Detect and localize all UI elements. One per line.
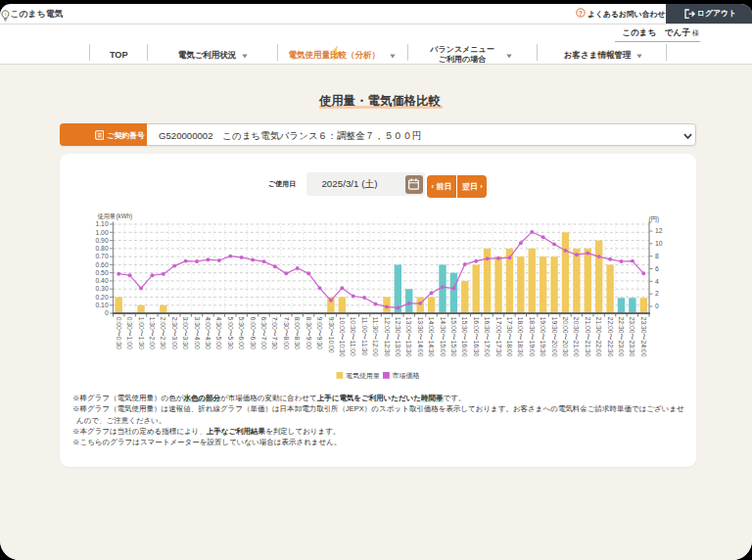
svg-text:17:00〜17:30: 17:00〜17:30 [495,317,502,357]
svg-text:4: 4 [655,278,659,285]
svg-text:0.30: 0.30 [95,285,108,292]
svg-text:23:00〜23:30: 23:00〜23:30 [629,317,635,357]
svg-text:0:00〜0:30: 0:00〜0:30 [116,317,122,350]
svg-text:0.70: 0.70 [95,253,108,259]
svg-text:使用量(kWh): 使用量(kWh) [98,212,133,220]
svg-text:10:30〜11:00: 10:30〜11:00 [350,317,356,357]
svg-text:4:00〜4:30: 4:00〜4:30 [205,317,212,350]
svg-text:15:00〜15:30: 15:00〜15:30 [450,317,457,357]
svg-text:21:30〜22:00: 21:30〜22:00 [595,317,602,357]
svg-text:8:00〜8:30: 8:00〜8:30 [294,317,301,350]
svg-text:14:00〜14:30: 14:00〜14:30 [428,317,435,357]
svg-text:(円): (円) [649,215,660,223]
svg-text:8:30〜9:00: 8:30〜9:00 [306,317,312,350]
svg-text:13:30〜14:00: 13:30〜14:00 [417,317,424,357]
svg-text:2: 2 [655,290,659,297]
svg-text:市場価格: 市場価格 [393,371,420,380]
svg-text:20:00〜20:30: 20:00〜20:30 [562,317,569,357]
svg-text:3:00〜3:30: 3:00〜3:30 [182,317,189,350]
svg-text:?: ? [579,10,583,17]
svg-text:19:00〜19:30: 19:00〜19:30 [540,317,546,357]
svg-text:22:00〜22:30: 22:00〜22:30 [607,317,614,357]
svg-text:18:30〜19:00: 18:30〜19:00 [529,317,536,357]
svg-text:6:30〜7:00: 6:30〜7:00 [260,317,267,350]
svg-text:10: 10 [655,240,663,247]
svg-text:15:30〜16:00: 15:30〜16:00 [461,317,468,357]
svg-text:2:00〜2:30: 2:00〜2:30 [160,317,166,350]
svg-text:7:00〜7:30: 7:00〜7:30 [271,317,278,350]
svg-text:9:00〜9:30: 9:00〜9:30 [316,317,323,350]
svg-text:電気使用量: 電気使用量 [346,372,380,380]
svg-text:1:00〜1:30: 1:00〜1:30 [138,317,145,350]
svg-text:9:30〜10:00: 9:30〜10:00 [328,317,335,353]
svg-text:0.50: 0.50 [95,269,108,276]
svg-text:0.20: 0.20 [95,294,108,301]
svg-text:12:00〜12:30: 12:00〜12:30 [384,317,391,357]
svg-text:5:00〜5:30: 5:00〜5:30 [227,317,234,350]
svg-text:20:30〜21:00: 20:30〜21:00 [573,317,580,357]
svg-text:6:00〜6:30: 6:00〜6:30 [250,317,257,350]
svg-text:18:00〜18:30: 18:00〜18:30 [517,317,524,357]
svg-text:10:00〜10:30: 10:00〜10:30 [339,317,346,357]
svg-text:0: 0 [655,303,659,309]
svg-text:5:30〜6:00: 5:30〜6:00 [238,317,245,350]
svg-text:11:00〜11:30: 11:00〜11:30 [361,317,368,356]
svg-text:17:30〜18:00: 17:30〜18:00 [506,317,513,357]
svg-text:0.60: 0.60 [95,261,108,268]
svg-text:0.90: 0.90 [95,237,108,244]
svg-text:22:30〜23:00: 22:30〜23:00 [618,317,625,357]
svg-text:23:30〜24:00: 23:30〜24:00 [640,317,647,357]
svg-text:0: 0 [105,309,109,316]
svg-text:13:00〜13:30: 13:00〜13:30 [405,317,412,357]
svg-text:14:30〜15:00: 14:30〜15:00 [440,317,446,357]
svg-text:2:30〜3:00: 2:30〜3:00 [171,317,178,350]
svg-text:19:30〜20:00: 19:30〜20:00 [551,317,558,357]
svg-text:4:30〜5:00: 4:30〜5:00 [215,317,222,350]
svg-text:16:00〜16:30: 16:00〜16:30 [473,317,480,357]
svg-text:6: 6 [655,265,659,272]
svg-text:1:30〜2:00: 1:30〜2:00 [149,317,156,350]
svg-text:8: 8 [655,253,659,259]
svg-text:12: 12 [655,227,663,234]
svg-text:0.80: 0.80 [95,245,108,252]
svg-text:12:30〜13:00: 12:30〜13:00 [395,317,401,357]
svg-text:0.10: 0.10 [95,302,108,308]
svg-text:11:30〜12:00: 11:30〜12:00 [372,317,379,357]
svg-text:21:00〜21:30: 21:00〜21:30 [585,317,591,357]
svg-text:1.10: 1.10 [95,220,108,227]
svg-text:16:30〜17:00: 16:30〜17:00 [484,317,491,357]
svg-text:0.40: 0.40 [95,277,108,284]
svg-text:0:30〜1:00: 0:30〜1:00 [126,317,133,350]
svg-text:7:30〜8:00: 7:30〜8:00 [283,317,290,350]
svg-text:3:30〜4:00: 3:30〜4:00 [194,317,201,350]
svg-text:1.00: 1.00 [95,229,108,236]
